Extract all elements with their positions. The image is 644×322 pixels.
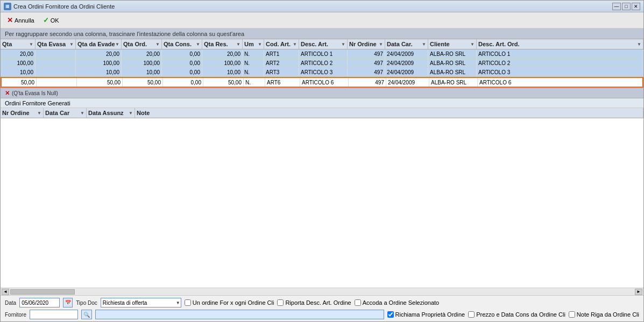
filter-bar: ✕ (Q'ta Evasa Is Null) (1, 88, 643, 98)
main-content: Per raggruppare secondo una colonna, tra… (1, 28, 643, 321)
table-cell: ART1 (264, 49, 299, 58)
col-data-car-arrow[interactable]: ▼ (422, 42, 426, 47)
cb6-label: Note Riga da Ordine Cli (577, 311, 639, 318)
scroll-right-btn[interactable]: ► (635, 289, 642, 295)
col-qta-evasa-arrow[interactable]: ▼ (69, 42, 74, 47)
col-data-car[interactable]: Data Car. ▼ (385, 39, 428, 49)
table-cell: 100,00 (1, 59, 36, 67)
table-cell: 20,00 (76, 49, 122, 58)
table-row[interactable]: 10,0010,0010,000,0010,00N.ART3ARTICOLO 3… (1, 68, 643, 77)
col-nr-ordine[interactable]: Nr Ordine ▼ (348, 39, 385, 49)
table-cell: 0,00 (163, 78, 203, 87)
cb-accoda[interactable] (355, 299, 361, 306)
col-cod-art-arrow[interactable]: ▼ (293, 42, 297, 47)
table-cell: 24/04/2009 (385, 49, 428, 58)
filter-clear-btn[interactable]: ✕ (5, 90, 10, 97)
table-row[interactable]: 50,0050,0050,000,0050,00N.ART6ARTICOLO 6… (1, 77, 643, 88)
table-cell: N. (243, 68, 264, 76)
table-row[interactable]: 20,0020,0020,000,0020,00N.ART1ARTICOLO 1… (1, 49, 643, 59)
lower-section-title: Ordini Fornitore Generati (1, 98, 643, 108)
cb3-label: Accoda a Ordine Selezionato (363, 299, 439, 306)
lower-col-note[interactable]: Note (135, 108, 643, 118)
col-qta-ord[interactable]: Qta Ord. ▼ (122, 39, 162, 49)
col-desc-art[interactable]: Desc. Art. ▼ (299, 39, 348, 49)
col-qta-res-arrow[interactable]: ▼ (236, 42, 240, 47)
fornitore-code-input[interactable] (30, 310, 78, 319)
col-qta[interactable]: Qta ▼ (1, 39, 36, 49)
table-cell: ALBA-RO SRL (429, 78, 478, 87)
lower-col-nr-ordine[interactable]: Nr Ordine ▼ (1, 108, 44, 118)
table-cell: N. (243, 49, 264, 58)
fornitore-name-input[interactable] (95, 310, 384, 319)
scroll-thumb[interactable] (10, 289, 75, 295)
lower-col-data-assunz-arrow[interactable]: ▼ (129, 111, 133, 116)
col-desc-art-arrow[interactable]: ▼ (341, 42, 345, 47)
group-hint-bar: Per raggruppare secondo una colonna, tra… (1, 28, 643, 39)
cb-richiama[interactable] (387, 311, 394, 318)
ok-button[interactable]: ✓ OK (41, 15, 61, 25)
table-cell: 10,00 (76, 68, 122, 76)
col-qta-res[interactable]: Qta Res. ▼ (202, 39, 243, 49)
table-cell: N. (244, 78, 265, 87)
scroll-left-btn[interactable]: ◄ (2, 289, 9, 295)
table-cell (36, 49, 76, 58)
horizontal-scrollbar[interactable]: ◄ ► (1, 288, 643, 295)
close-btn[interactable]: ✕ (632, 3, 640, 10)
col-qta-cons[interactable]: Qta Cons. ▼ (162, 39, 202, 49)
lower-col-nr-ordine-arrow[interactable]: ▼ (37, 111, 41, 116)
cb3-group: Accoda a Ordine Selezionato (355, 299, 439, 306)
tipo-doc-select[interactable]: Richiesta di offerta Ordine fornitore (101, 298, 181, 307)
table-cell: 50,00 (203, 78, 244, 87)
cb-un-ordine[interactable] (185, 299, 191, 306)
bottom-form: Data 📅 Tipo Doc Richiesta di offerta Ord… (1, 295, 643, 321)
lower-grid-body (1, 118, 643, 288)
col-qta-evadere-arrow[interactable]: ▼ (115, 42, 119, 47)
fornitore-search-btn[interactable]: 🔍 (81, 310, 92, 319)
table-cell: 497 (348, 49, 385, 58)
col-nr-ordine-arrow[interactable]: ▼ (379, 42, 383, 47)
table-cell (36, 68, 76, 76)
col-cliente[interactable]: Cliente ▼ (428, 39, 477, 49)
table-cell: N. (243, 59, 264, 67)
col-desc-art-ord-arrow[interactable]: ▼ (637, 42, 641, 47)
table-cell: ARTICOLO 6 (478, 78, 642, 87)
cb-riporta-desc[interactable] (277, 299, 284, 306)
cb-note-riga[interactable] (569, 311, 575, 318)
title-bar: ▦ Crea Ordini Fornitore da Ordini Client… (1, 1, 643, 12)
cb-prezzo[interactable] (468, 311, 475, 318)
table-cell: 50,00 (77, 78, 123, 87)
maximize-btn[interactable]: □ (622, 3, 631, 10)
table-cell: ARTICOLO 2 (299, 59, 348, 67)
calendar-btn[interactable]: 📅 (63, 298, 73, 307)
table-cell (37, 78, 77, 87)
col-cod-art[interactable]: Cod. Art. ▼ (264, 39, 299, 49)
col-cliente-arrow[interactable]: ▼ (470, 42, 475, 47)
col-um[interactable]: Um ▼ (243, 39, 264, 49)
table-cell: 20,00 (202, 49, 243, 58)
data-input[interactable] (19, 298, 60, 307)
table-cell: ARTICOLO 3 (477, 68, 643, 76)
upper-grid-header: Qta ▼ Qta Evasa ▼ Qta da Evadere ▼ Qta O… (1, 39, 643, 49)
minimize-btn[interactable]: — (612, 3, 621, 10)
lower-col-data-car[interactable]: Data Car ▼ (44, 108, 87, 118)
col-qta-cons-arrow[interactable]: ▼ (196, 42, 200, 47)
col-um-arrow[interactable]: ▼ (258, 42, 262, 47)
table-cell: 20,00 (122, 49, 162, 58)
table-cell: 497 (348, 59, 385, 67)
col-qta-arrow[interactable]: ▼ (29, 42, 33, 47)
form-row-2: Fornitore 🔍 Richiama Proprietà Ordine Pr… (5, 310, 639, 319)
col-qta-evasa[interactable]: Qta Evasa ▼ (36, 39, 76, 49)
lower-grid-header: Nr Ordine ▼ Data Car ▼ Data Assunz ▼ Not… (1, 108, 643, 118)
lower-col-data-car-arrow[interactable]: ▼ (80, 111, 84, 116)
table-cell: 497 (349, 78, 386, 87)
cb4-label: Richiama Proprietà Ordine (395, 311, 465, 318)
cancel-label: Annulla (15, 17, 34, 24)
col-qta-evadere[interactable]: Qta da Evadere ▼ (76, 39, 122, 49)
scroll-track[interactable] (9, 289, 635, 295)
lower-col-data-assunz[interactable]: Data Assunz ▼ (87, 108, 135, 118)
table-row[interactable]: 100,00100,00100,000,00100,00N.ART2ARTICO… (1, 59, 643, 68)
col-qta-ord-arrow[interactable]: ▼ (155, 42, 160, 47)
col-desc-art-ord[interactable]: Desc. Art. Ord. ▼ (477, 39, 643, 49)
cb2-label: Riporta Desc. Art. Ordine (285, 299, 351, 306)
cancel-button[interactable]: ✕ Annulla (5, 15, 37, 25)
